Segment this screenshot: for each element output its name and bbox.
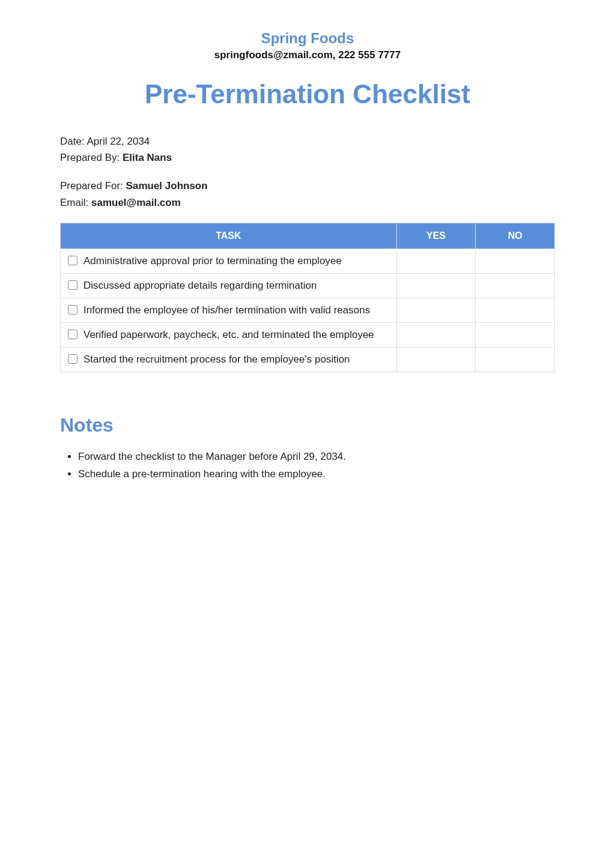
- yes-cell[interactable]: [396, 322, 476, 347]
- notes-list: Forward the checklist to the Manager bef…: [60, 448, 555, 483]
- table-header-row: TASK YES NO: [61, 223, 555, 249]
- checkbox-icon[interactable]: [68, 305, 77, 315]
- header-task: TASK: [61, 223, 397, 249]
- task-cell: Informed the employee of his/her termina…: [61, 298, 397, 322]
- meta-block-1: Date: April 22, 2034 Prepared By: Elita …: [60, 133, 555, 166]
- table-row: Started the recruitment process for the …: [61, 347, 555, 372]
- list-item: Schedule a pre-termination hearing with …: [78, 466, 555, 483]
- no-cell[interactable]: [476, 249, 555, 273]
- checklist-table: TASK YES NO Administrative approval prio…: [60, 223, 555, 372]
- document-title: Pre-Termination Checklist: [60, 79, 555, 109]
- table-row: Discussed appropriate details regarding …: [61, 273, 555, 298]
- task-cell: Started the recruitment process for the …: [61, 347, 397, 372]
- table-row: Verified paperwork, paycheck, etc. and t…: [61, 322, 555, 347]
- notes-heading: Notes: [60, 414, 555, 436]
- no-cell[interactable]: [476, 322, 555, 347]
- email-value: samuel@mail.com: [91, 197, 181, 208]
- task-cell: Discussed appropriate details regarding …: [61, 273, 397, 298]
- prepared-for-value: Samuel Johnson: [126, 180, 208, 191]
- header-yes: YES: [396, 223, 476, 249]
- document-header: Spring Foods springfoods@zmail.com, 222 …: [60, 30, 555, 61]
- yes-cell[interactable]: [396, 298, 476, 322]
- meta-block-2: Prepared For: Samuel Johnson Email: samu…: [60, 178, 555, 210]
- checkbox-icon[interactable]: [68, 354, 77, 364]
- list-item: Forward the checklist to the Manager bef…: [78, 448, 555, 466]
- table-body: Administrative approval prior to termina…: [61, 249, 555, 372]
- company-name: Spring Foods: [60, 30, 555, 47]
- task-text: Administrative approval prior to termina…: [83, 255, 342, 267]
- table-row: Administrative approval prior to termina…: [61, 249, 555, 273]
- email-line: Email: samuel@mail.com: [60, 194, 555, 211]
- task-text: Verified paperwork, paycheck, etc. and t…: [83, 329, 374, 340]
- checkbox-icon[interactable]: [68, 280, 77, 290]
- date-label: Date:: [60, 136, 86, 147]
- date-value: April 22, 2034: [86, 136, 150, 147]
- no-cell[interactable]: [476, 347, 555, 372]
- prepared-by-value: Elita Nans: [123, 152, 172, 163]
- checkbox-icon[interactable]: [68, 256, 77, 265]
- table-row: Informed the employee of his/her termina…: [61, 298, 555, 322]
- prepared-by-label: Prepared By:: [60, 152, 123, 163]
- no-cell[interactable]: [476, 298, 555, 322]
- email-label: Email:: [60, 197, 91, 208]
- yes-cell[interactable]: [396, 249, 476, 273]
- task-cell: Verified paperwork, paycheck, etc. and t…: [61, 322, 397, 347]
- task-text: Started the recruitment process for the …: [83, 354, 350, 365]
- header-no: NO: [476, 223, 555, 249]
- task-cell: Administrative approval prior to termina…: [61, 249, 397, 273]
- prepared-by-line: Prepared By: Elita Nans: [60, 149, 555, 166]
- no-cell[interactable]: [476, 273, 555, 298]
- yes-cell[interactable]: [396, 347, 476, 372]
- task-text: Discussed appropriate details regarding …: [83, 280, 317, 291]
- prepared-for-label: Prepared For:: [60, 180, 126, 191]
- date-line: Date: April 22, 2034: [60, 133, 555, 149]
- task-text: Informed the employee of his/her termina…: [83, 304, 370, 316]
- prepared-for-line: Prepared For: Samuel Johnson: [60, 178, 555, 194]
- yes-cell[interactable]: [396, 273, 476, 298]
- meta-section: Date: April 22, 2034 Prepared By: Elita …: [60, 133, 555, 211]
- checkbox-icon[interactable]: [68, 330, 77, 339]
- company-contact: springfoods@zmail.com, 222 555 7777: [60, 49, 555, 61]
